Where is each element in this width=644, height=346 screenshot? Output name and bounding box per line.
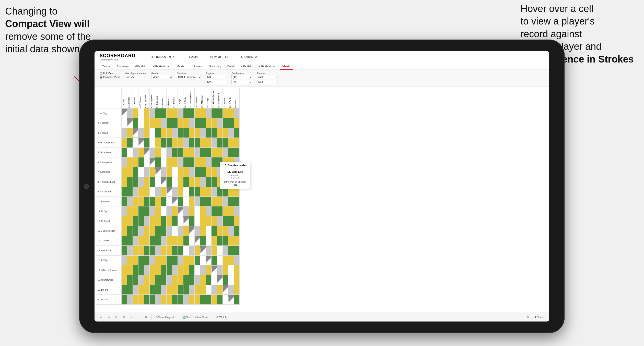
cell-16-4[interactable] <box>144 265 150 275</box>
cell-8-2[interactable] <box>133 187 138 196</box>
cell-4-15[interactable] <box>206 147 212 157</box>
cell-3-13[interactable] <box>195 138 200 147</box>
cell-5-15[interactable] <box>206 157 212 167</box>
tab-summary[interactable]: Summary <box>114 63 131 70</box>
cell-19-12[interactable] <box>189 295 195 305</box>
cell-5-6[interactable] <box>155 157 161 167</box>
zoom-out-btn[interactable]: − <box>136 315 141 319</box>
cell-2-10[interactable] <box>178 128 183 138</box>
cell-15-1[interactable] <box>127 255 133 265</box>
cell-19-2[interactable] <box>133 295 138 305</box>
cell-0-4[interactable] <box>144 108 150 118</box>
cell-1-0[interactable] <box>122 118 127 128</box>
cell-0-2[interactable] <box>133 108 138 118</box>
layout-btn[interactable]: ⊞ <box>525 315 530 319</box>
cell-0-8[interactable] <box>167 108 172 118</box>
save-custom-btn[interactable]: 💾 Save Custom View <box>181 315 209 319</box>
cell-18-12[interactable] <box>189 285 195 294</box>
cell-10-11[interactable] <box>183 206 189 216</box>
cell-2-9[interactable] <box>172 128 178 138</box>
cell-1-11[interactable] <box>183 118 189 128</box>
cell-0-1[interactable] <box>127 108 133 118</box>
cell-5-12[interactable] <box>189 157 195 167</box>
cell-0-9[interactable] <box>172 108 178 118</box>
cell-15-5[interactable] <box>150 255 155 265</box>
cell-4-12[interactable] <box>189 147 195 157</box>
cell-7-0[interactable] <box>122 177 127 187</box>
cell-2-8[interactable] <box>167 128 172 138</box>
cell-14-16[interactable] <box>212 246 217 255</box>
cell-2-18[interactable] <box>223 128 228 138</box>
cell-7-14[interactable] <box>200 177 206 187</box>
cell-12-6[interactable] <box>155 226 161 236</box>
cell-8-9[interactable] <box>172 187 178 196</box>
fullview-option[interactable]: Full View <box>100 72 120 75</box>
cell-13-20[interactable] <box>234 236 240 245</box>
cell-0-0[interactable] <box>122 108 127 118</box>
redo-btn[interactable]: ↪ <box>106 315 111 319</box>
cell-9-12[interactable] <box>189 196 195 206</box>
cell-14-2[interactable] <box>133 246 138 255</box>
cell-11-4[interactable] <box>144 216 150 226</box>
cell-6-8[interactable] <box>167 167 172 177</box>
cell-12-12[interactable] <box>189 226 195 236</box>
cell-10-20[interactable] <box>234 206 240 216</box>
cell-11-12[interactable] <box>189 216 195 226</box>
cell-12-10[interactable] <box>178 226 183 236</box>
cell-9-18[interactable] <box>223 196 228 206</box>
cell-8-15[interactable] <box>206 187 212 196</box>
cell-8-3[interactable] <box>138 187 144 196</box>
cell-19-14[interactable] <box>200 295 206 305</box>
cell-8-12[interactable] <box>189 187 195 196</box>
cell-2-12[interactable] <box>189 128 195 138</box>
cell-11-20[interactable] <box>234 216 240 226</box>
cell-7-12[interactable] <box>189 177 195 187</box>
cell-3-9[interactable] <box>172 138 178 147</box>
cell-13-19[interactable] <box>228 236 234 245</box>
cell-10-14[interactable] <box>200 206 206 216</box>
cell-15-2[interactable] <box>133 255 138 265</box>
cell-16-3[interactable] <box>138 265 144 275</box>
nav-tournaments[interactable]: TOURNAMENTS <box>148 54 177 60</box>
cell-7-10[interactable] <box>178 177 183 187</box>
cell-14-8[interactable] <box>167 246 172 255</box>
cell-18-11[interactable] <box>183 285 189 294</box>
cell-1-5[interactable] <box>150 118 155 128</box>
cell-11-8[interactable] <box>167 216 172 226</box>
cell-7-11[interactable] <box>183 177 189 187</box>
cell-16-8[interactable] <box>167 265 172 275</box>
cell-5-4[interactable] <box>144 157 150 167</box>
tab-h2h-grid[interactable]: H2H Grid <box>132 63 149 70</box>
players-select2[interactable]: (All) <box>257 80 277 84</box>
cell-8-4[interactable] <box>144 187 150 196</box>
cell-4-18[interactable] <box>223 147 228 157</box>
cell-7-7[interactable] <box>161 177 167 187</box>
cell-3-3[interactable] <box>138 138 144 147</box>
cell-3-8[interactable] <box>167 138 172 147</box>
cell-0-11[interactable] <box>183 108 189 118</box>
zoom-in-btn[interactable]: + <box>129 315 134 319</box>
cell-15-3[interactable] <box>138 255 144 265</box>
share-btn[interactable]: ⬆ Share <box>533 315 545 319</box>
cell-12-2[interactable] <box>133 226 138 236</box>
cell-11-2[interactable] <box>133 216 138 226</box>
cell-6-4[interactable] <box>144 167 150 177</box>
cell-4-6[interactable] <box>155 147 161 157</box>
cell-4-5[interactable] <box>150 147 155 157</box>
cell-5-13[interactable] <box>195 157 200 167</box>
nav-committee[interactable]: COMMITTEE <box>208 54 232 60</box>
cell-4-20[interactable] <box>234 147 240 157</box>
cell-16-15[interactable] <box>206 265 212 275</box>
cell-9-15[interactable] <box>206 196 212 206</box>
cell-0-6[interactable] <box>155 108 161 118</box>
cell-18-4[interactable] <box>144 285 150 294</box>
cell-4-7[interactable] <box>161 147 167 157</box>
cell-2-17[interactable] <box>217 128 223 138</box>
region-select1[interactable]: N/A <box>206 75 226 79</box>
cell-8-14[interactable] <box>200 187 206 196</box>
cell-15-18[interactable] <box>223 255 228 265</box>
cell-5-11[interactable] <box>183 157 189 167</box>
cell-13-11[interactable] <box>183 236 189 245</box>
cell-8-8[interactable] <box>167 187 172 196</box>
cell-12-17[interactable] <box>217 226 223 236</box>
